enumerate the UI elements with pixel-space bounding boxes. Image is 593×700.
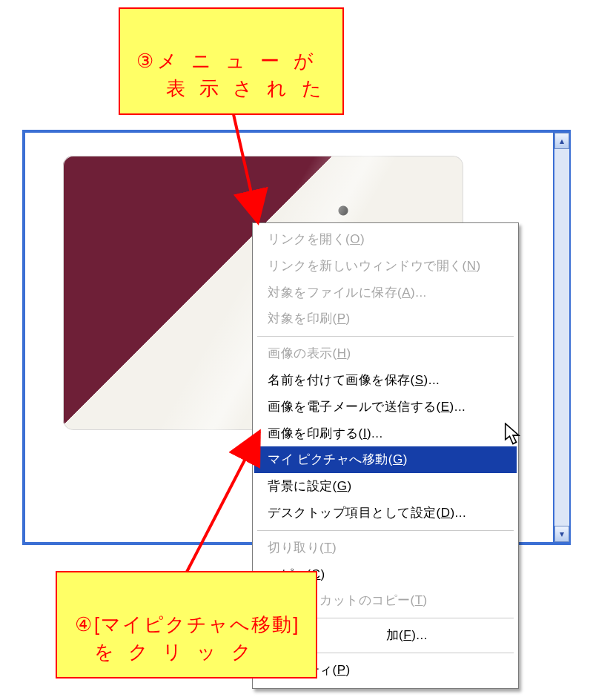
menu-separator — [257, 530, 514, 531]
menu-print-image[interactable]: 画像を印刷する(I)... — [254, 420, 517, 447]
cursor-icon — [503, 423, 523, 446]
scroll-up-button[interactable]: ▴ — [554, 133, 569, 149]
menu-show-image[interactable]: 画像の表示(H) — [254, 340, 517, 367]
menu-set-wallpaper[interactable]: 背景に設定(G) — [254, 473, 517, 500]
annotation-step-3: ③メ ニ ュ ー が 表 示 さ れ た — [119, 7, 344, 115]
scrollbar-track[interactable]: ▴ ▾ — [554, 133, 569, 542]
menu-print-target[interactable]: 対象を印刷(P) — [254, 306, 517, 332]
menu-email-image[interactable]: 画像を電子メールで送信する(E)... — [254, 394, 517, 420]
menu-open-link[interactable]: リンクを開く(O) — [254, 226, 517, 253]
scroll-down-button[interactable]: ▾ — [554, 526, 569, 542]
menu-goto-my-pictures[interactable]: マイ ピクチャへ移動(G) — [254, 446, 517, 473]
menu-save-image[interactable]: 名前を付けて画像を保存(S)... — [254, 367, 517, 394]
menu-separator — [257, 336, 514, 337]
annotation-step-4: ④[マイピクチャへ移動] を ク リ ッ ク — [56, 571, 317, 678]
menu-cut[interactable]: 切り取り(T) — [254, 535, 517, 561]
menu-open-new-window[interactable]: リンクを新しいウィンドウで開く(N) — [254, 253, 517, 280]
menu-set-desktop-item[interactable]: デスクトップ項目として設定(D)... — [254, 500, 517, 526]
menu-save-target[interactable]: 対象をファイルに保存(A)... — [254, 280, 517, 306]
